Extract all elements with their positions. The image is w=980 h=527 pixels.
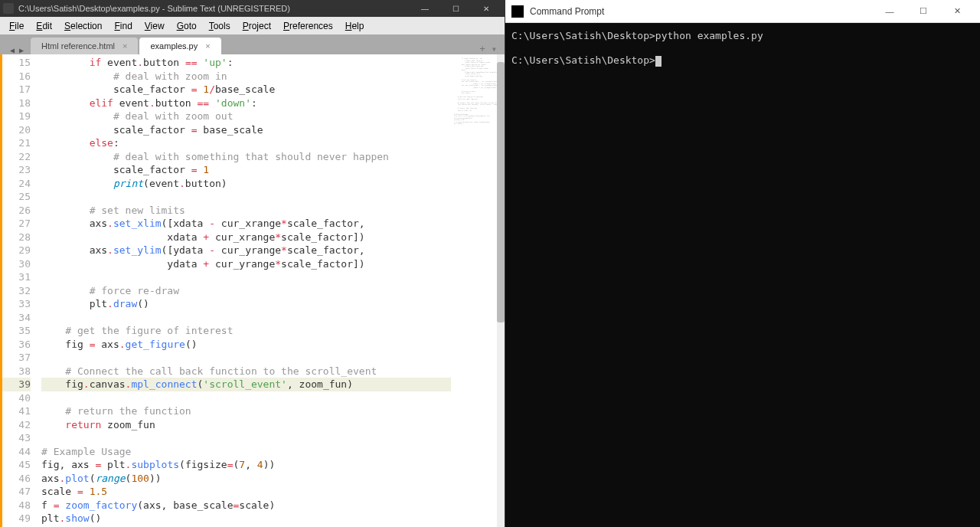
menu-preferences[interactable]: Preferences <box>277 19 339 33</box>
code-line[interactable]: # force re-draw <box>41 284 451 298</box>
code-line[interactable]: if event.button == 'up': <box>41 56 451 70</box>
cursor <box>655 56 662 67</box>
tab-close-icon[interactable]: × <box>122 41 127 51</box>
code-line[interactable]: ydata + cur_yrange*scale_factor]) <box>41 257 451 271</box>
line-number: 34 <box>2 311 31 325</box>
menu-project[interactable]: Project <box>237 19 277 33</box>
window-title: C:\Users\Satish\Desktop\examples.py - Su… <box>18 4 410 13</box>
code-line[interactable]: # get the figure of interest <box>41 324 451 338</box>
tab-close-icon[interactable]: × <box>205 41 210 51</box>
sublime-icon <box>3 3 14 14</box>
cmd-icon <box>511 5 524 18</box>
nav-back-icon[interactable]: ◀ <box>8 46 17 54</box>
cmd-minimize-button[interactable]: — <box>873 1 906 22</box>
new-tab-button[interactable]: + <box>480 44 485 54</box>
sublime-titlebar[interactable]: C:\Users\Satish\Desktop\examples.py - Su… <box>0 0 505 17</box>
code-line[interactable]: # deal with something that should never … <box>41 150 451 164</box>
menu-selection[interactable]: Selection <box>58 19 108 33</box>
menu-tools[interactable]: Tools <box>203 19 237 33</box>
line-number: 39 <box>2 378 31 391</box>
nav-forward-icon[interactable]: ▶ <box>17 46 26 54</box>
line-number: 48 <box>2 499 31 512</box>
code-line[interactable]: # Example Usage <box>41 445 451 459</box>
menu-find[interactable]: Find <box>108 19 138 33</box>
code-line[interactable]: elif event.button == 'down': <box>41 97 451 110</box>
line-number: 40 <box>2 391 31 405</box>
code-line[interactable]: # deal with zoom out <box>41 110 451 123</box>
code-line[interactable] <box>41 351 451 365</box>
code-line[interactable]: fig = axs.get_figure() <box>41 338 451 352</box>
code-line[interactable]: axs.set_xlim([xdata - cur_xrange*scale_f… <box>41 217 451 231</box>
cmd-close-button[interactable]: ✕ <box>940 1 974 22</box>
cmd-prompt-line: C:\Users\Satish\Desktop> <box>511 54 974 67</box>
menu-goto[interactable]: Goto <box>171 19 203 33</box>
code-line[interactable]: axs.set_ylim([ydata - cur_yrange*scale_f… <box>41 244 451 257</box>
code-line[interactable] <box>41 311 451 325</box>
code-line[interactable]: scale = 1.5 <box>41 485 451 499</box>
line-number: 42 <box>2 418 31 432</box>
code-line[interactable]: print(event.button) <box>41 177 451 191</box>
line-number: 24 <box>2 177 31 191</box>
code-line[interactable]: # set new limits <box>41 204 451 218</box>
cmd-output-line: C:\Users\Satish\Desktop>python examples.… <box>511 29 974 43</box>
line-number: 17 <box>2 83 31 97</box>
line-number: 16 <box>2 70 31 83</box>
code-line[interactable]: scale_factor = 1 <box>41 163 451 177</box>
line-number: 20 <box>2 123 31 137</box>
code-line[interactable]: # Connect the call back function to the … <box>41 365 451 378</box>
line-gutter: 1516171819202122232425262728293031323334… <box>0 54 38 527</box>
tab-examples-py[interactable]: examples.py× <box>139 38 220 54</box>
cmd-maximize-button[interactable]: ☐ <box>906 1 940 22</box>
code-line[interactable]: # return the function <box>41 404 451 418</box>
maximize-button[interactable]: ☐ <box>440 0 471 17</box>
menu-file[interactable]: File <box>3 19 30 33</box>
menu-view[interactable]: View <box>139 19 171 33</box>
line-number: 38 <box>2 365 31 378</box>
code-line[interactable]: return zoom_fun <box>41 418 451 432</box>
editor[interactable]: 1516171819202122232425262728293031323334… <box>0 54 505 527</box>
code-line[interactable]: # deal with zoom in <box>41 70 451 83</box>
code-line[interactable]: fig, axs = plt.subplots(figsize=(7, 4)) <box>41 458 451 472</box>
code-line[interactable]: xdata + cur_xrange*scale_factor]) <box>41 231 451 244</box>
code-line[interactable]: plt.show() <box>41 512 451 525</box>
menu-help[interactable]: Help <box>339 19 371 33</box>
cmd-body[interactable]: C:\Users\Satish\Desktop>python examples.… <box>505 23 980 527</box>
line-number: 22 <box>2 150 31 164</box>
tab-html-reference-html[interactable]: Html reference.html× <box>31 38 138 54</box>
cmd-titlebar[interactable]: Command Prompt — ☐ ✕ <box>505 0 980 23</box>
code-line[interactable]: scale_factor = base_scale <box>41 123 451 137</box>
line-number: 47 <box>2 485 31 499</box>
line-number: 45 <box>2 458 31 472</box>
code-line[interactable]: plt.draw() <box>41 297 451 311</box>
code-line[interactable]: axs.plot(range(100)) <box>41 472 451 486</box>
menu-edit[interactable]: Edit <box>30 19 58 33</box>
minimap[interactable]: if event.button == 'up': # deal with zoo… <box>451 54 497 527</box>
line-number: 18 <box>2 97 31 110</box>
code-line[interactable]: f = zoom_factory(axs, base_scale=scale) <box>41 499 451 512</box>
line-number: 25 <box>2 190 31 204</box>
code-line[interactable]: scale_factor = 1/base_scale <box>41 83 451 97</box>
code-area[interactable]: if event.button == 'up': # deal with zoo… <box>38 54 451 527</box>
code-line[interactable]: fig.canvas.mpl_connect('scroll_event', z… <box>41 378 451 391</box>
line-number: 26 <box>2 204 31 218</box>
code-line[interactable] <box>41 270 451 284</box>
line-number: 31 <box>2 270 31 284</box>
line-number: 27 <box>2 217 31 231</box>
scroll-thumb[interactable] <box>497 62 505 322</box>
tab-dropdown-icon[interactable]: ▾ <box>492 44 497 54</box>
line-number: 30 <box>2 257 31 271</box>
line-number: 21 <box>2 136 31 150</box>
minimize-button[interactable]: — <box>410 0 440 17</box>
code-line[interactable] <box>41 190 451 204</box>
close-button[interactable]: ✕ <box>471 0 501 17</box>
vertical-scrollbar[interactable] <box>497 54 505 527</box>
line-number: 44 <box>2 445 31 459</box>
code-line[interactable]: else: <box>41 136 451 150</box>
code-line[interactable] <box>41 431 451 445</box>
line-number: 23 <box>2 163 31 177</box>
line-number: 37 <box>2 351 31 365</box>
line-number: 43 <box>2 431 31 445</box>
code-line[interactable] <box>41 391 451 405</box>
cmd-title: Command Prompt <box>530 6 873 17</box>
line-number: 46 <box>2 472 31 486</box>
